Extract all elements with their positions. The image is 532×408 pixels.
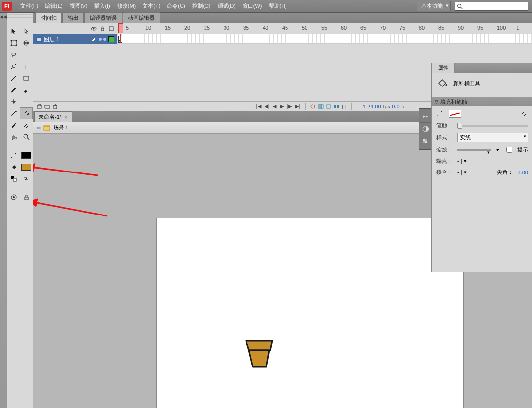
- menu-control[interactable]: 控制(O): [189, 1, 214, 11]
- drawing-cup[interactable]: [242, 338, 276, 372]
- hinting-label: 提示: [517, 146, 528, 153]
- lock-icon[interactable]: [100, 26, 105, 32]
- menu-window[interactable]: 窗口(W): [240, 1, 265, 11]
- tab-timeline[interactable]: 时间轴: [35, 12, 62, 23]
- menu-view[interactable]: 视图(V): [67, 1, 91, 11]
- new-folder-button[interactable]: [44, 103, 51, 110]
- back-button[interactable]: ⬅: [36, 125, 41, 131]
- eyedropper-tool[interactable]: [7, 119, 20, 131]
- dock-expand-button[interactable]: ▸▸: [419, 110, 432, 123]
- pencil-tool[interactable]: [7, 84, 20, 96]
- text-tool[interactable]: T: [20, 61, 33, 72]
- timeline-ruler[interactable]: 1510152025303540455055606570758085909510…: [117, 23, 532, 34]
- search-input[interactable]: [455, 2, 528, 11]
- menu-help[interactable]: 帮助(H): [266, 1, 290, 11]
- svg-rect-16: [13, 178, 16, 181]
- line-tool[interactable]: [7, 72, 20, 84]
- menu-debug[interactable]: 调试(D): [215, 1, 239, 11]
- play-button[interactable]: ▶: [279, 103, 286, 110]
- stroke-color-swatch[interactable]: [20, 150, 33, 161]
- onion-outline-button[interactable]: [325, 103, 332, 110]
- layer-vis-dot[interactable]: [99, 38, 102, 41]
- menu-text[interactable]: 文本(T): [140, 1, 163, 11]
- rectangle-tool[interactable]: [20, 72, 33, 84]
- svg-rect-23: [109, 27, 113, 31]
- style-dropdown[interactable]: 实线: [457, 133, 528, 142]
- pen-tool[interactable]: [7, 61, 20, 72]
- bone-tool[interactable]: [7, 107, 20, 119]
- step-fwd-button[interactable]: |▶: [286, 103, 293, 110]
- tab-output[interactable]: 输出: [62, 12, 84, 23]
- panel-collapse-gutter[interactable]: ◀◀: [0, 13, 7, 408]
- scene-name: 场景 1: [53, 124, 68, 131]
- lasso-tool[interactable]: [7, 49, 20, 61]
- swap-colors-tool[interactable]: [20, 173, 33, 185]
- svg-point-0: [458, 4, 461, 7]
- scale-dropdown[interactable]: [457, 149, 491, 151]
- fill-color-tool[interactable]: [7, 161, 20, 173]
- frames-track[interactable]: [117, 34, 532, 44]
- playhead[interactable]: [118, 23, 123, 33]
- menu-modify[interactable]: 修改(M): [114, 1, 139, 11]
- black-white-tool[interactable]: [7, 173, 20, 185]
- eraser-tool[interactable]: [20, 119, 33, 131]
- onion-skin-button[interactable]: [317, 103, 324, 110]
- dock-swatches-icon[interactable]: [419, 135, 432, 148]
- stage-canvas[interactable]: [156, 218, 464, 408]
- fill-color-swatch[interactable]: [20, 161, 33, 173]
- option-gap-size[interactable]: [7, 192, 20, 203]
- onion-markers-button[interactable]: [·]: [341, 103, 348, 110]
- layer-row[interactable]: 图层 1: [33, 34, 532, 44]
- subselection-tool[interactable]: [20, 25, 33, 37]
- stroke-color-tool[interactable]: [7, 150, 20, 161]
- properties-tab[interactable]: 属性: [432, 63, 455, 73]
- selection-tool[interactable]: [7, 25, 20, 37]
- menu-insert[interactable]: 插入(I): [91, 1, 113, 11]
- menu-file[interactable]: 文件(F): [18, 1, 41, 11]
- svg-point-6: [16, 45, 17, 46]
- menu-edit[interactable]: 编辑(E): [42, 1, 66, 11]
- menubar: Fl 文件(F) 编辑(E) 视图(V) 插入(I) 修改(M) 文本(T) 命…: [0, 0, 532, 13]
- dock-color-icon[interactable]: [419, 123, 432, 135]
- svg-rect-40: [425, 139, 427, 141]
- free-transform-tool[interactable]: [7, 37, 20, 49]
- brush-tool[interactable]: [20, 84, 33, 96]
- goto-last-button[interactable]: ▶|: [294, 103, 301, 110]
- stroke-none-swatch[interactable]: [449, 110, 461, 118]
- svg-rect-33: [44, 126, 50, 127]
- fill-stroke-section[interactable]: 填充和笔触: [432, 97, 532, 106]
- scale-label: 缩放：: [436, 146, 452, 153]
- visibility-icon[interactable]: [91, 26, 97, 32]
- goto-first-button[interactable]: |◀: [255, 103, 262, 110]
- join-value[interactable]: - | ▾: [457, 169, 467, 175]
- menu-commands[interactable]: 命令(C): [164, 1, 188, 11]
- outline-icon[interactable]: [108, 26, 114, 32]
- loop-button[interactable]: [309, 103, 316, 110]
- miter-value[interactable]: 3.00: [518, 170, 528, 175]
- delete-layer-button[interactable]: [52, 103, 59, 110]
- hand-tool[interactable]: [7, 131, 20, 143]
- play-back-button[interactable]: ◀: [271, 103, 278, 110]
- doc-tab[interactable]: 未命名-1* ×: [34, 111, 72, 122]
- layer-lock-dot[interactable]: [103, 38, 106, 41]
- tab-errors[interactable]: 编译器错误: [84, 12, 122, 23]
- toolbox-grip[interactable]: [7, 13, 33, 20]
- tab-motion[interactable]: 动画编辑器: [123, 12, 160, 23]
- cap-value[interactable]: - | ▾: [457, 158, 467, 164]
- svg-rect-30: [334, 105, 336, 108]
- workspace-dropdown[interactable]: 基本功能: [417, 1, 451, 11]
- option-lock-fill[interactable]: [20, 192, 33, 203]
- hinting-checkbox[interactable]: [506, 147, 512, 153]
- close-doc-icon[interactable]: ×: [64, 114, 67, 120]
- svg-rect-22: [101, 28, 104, 31]
- stroke-slider[interactable]: [457, 125, 528, 127]
- edit-multiple-button[interactable]: [333, 103, 340, 110]
- new-layer-button[interactable]: [36, 103, 43, 110]
- deco-tool[interactable]: [7, 96, 20, 107]
- zoom-tool[interactable]: [20, 131, 33, 143]
- paint-bucket-tool[interactable]: [20, 107, 33, 119]
- step-back-button[interactable]: ◀|: [263, 103, 270, 110]
- 3d-rotation-tool[interactable]: [20, 37, 33, 49]
- layer-color-chip[interactable]: [108, 36, 114, 42]
- style-label: 样式：: [436, 134, 452, 141]
